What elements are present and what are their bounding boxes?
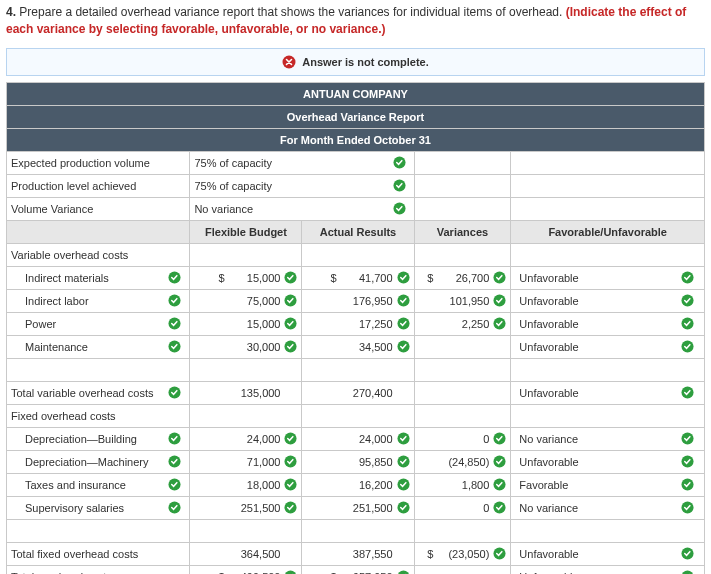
label: Production level achieved	[7, 174, 190, 197]
favorable-select[interactable]: Unfavorable	[519, 295, 578, 307]
variance-value: 0	[441, 502, 489, 514]
favorable-select[interactable]: Unfavorable	[519, 272, 578, 284]
check-icon	[397, 478, 410, 491]
check-icon	[284, 294, 297, 307]
row-spacer	[7, 519, 705, 542]
check-icon	[168, 478, 181, 491]
check-icon	[284, 432, 297, 445]
check-icon	[168, 294, 181, 307]
row-maintenance: Maintenance 30,000 34,500 Unfavorable	[7, 335, 705, 358]
check-icon	[168, 386, 181, 399]
check-icon	[493, 294, 506, 307]
flexible-budget-input[interactable]: 71,000	[232, 456, 280, 468]
label: Fixed overhead costs	[7, 404, 190, 427]
label[interactable]: Maintenance	[25, 341, 88, 353]
actual-results-input[interactable]: 17,250	[345, 318, 393, 330]
variance-value: (24,850)	[441, 456, 489, 468]
variance-value: 2,250	[441, 318, 489, 330]
favorable-select[interactable]: Favorable	[519, 479, 568, 491]
row-power: Power 15,000 17,250 2,250 Unfavorable	[7, 312, 705, 335]
question-number: 4.	[6, 5, 16, 19]
check-icon	[168, 340, 181, 353]
row-depreciation-machinery: Depreciation—Machinery 71,000 95,850 (24…	[7, 450, 705, 473]
check-icon	[681, 317, 694, 330]
variance-value: 0	[441, 433, 489, 445]
favorable-select[interactable]: Unfavorable	[519, 571, 578, 574]
row-spacer	[7, 358, 705, 381]
favorable-select[interactable]: Unfavorable	[519, 548, 578, 560]
actual-results-input[interactable]: 24,000	[345, 433, 393, 445]
check-icon	[397, 455, 410, 468]
row-supervisory-salaries: Supervisory salaries 251,500 251,500 0 N…	[7, 496, 705, 519]
row-indirect-materials: Indirect materials $15,000 $41,700 $26,7…	[7, 266, 705, 289]
flexible-budget-input[interactable]: 15,000	[232, 272, 280, 284]
label: Volume Variance	[7, 197, 190, 220]
label[interactable]: Power	[25, 318, 56, 330]
value[interactable]: No variance	[194, 203, 253, 215]
check-icon	[493, 317, 506, 330]
flexible-budget-input[interactable]: 24,000	[232, 433, 280, 445]
check-icon	[397, 501, 410, 514]
actual-results-input[interactable]: 251,500	[345, 502, 393, 514]
favorable-select[interactable]: Unfavorable	[519, 456, 578, 468]
actual-results-input[interactable]: 95,850	[345, 456, 393, 468]
row-production-level: Production level achieved 75% of capacit…	[7, 174, 705, 197]
check-icon	[681, 455, 694, 468]
actual-results-input[interactable]: 34,500	[345, 341, 393, 353]
row-total-overhead: Total overhead costs $499,500 $657,950 U…	[7, 565, 705, 574]
label: Variable overhead costs	[7, 243, 190, 266]
flexible-budget-input[interactable]: 15,000	[232, 318, 280, 330]
completion-status-text: Answer is not complete.	[302, 56, 429, 68]
label[interactable]: Indirect materials	[25, 272, 109, 284]
total-value: 499,500	[232, 571, 280, 574]
label[interactable]: Depreciation—Building	[25, 433, 137, 445]
check-icon	[493, 547, 506, 560]
check-icon	[493, 501, 506, 514]
actual-results-input[interactable]: 16,200	[345, 479, 393, 491]
actual-results-input[interactable]: 41,700	[345, 272, 393, 284]
completion-status-bar: Answer is not complete.	[6, 48, 705, 76]
check-icon	[681, 432, 694, 445]
section-variable-header: Variable overhead costs	[7, 243, 705, 266]
favorable-select[interactable]: Unfavorable	[519, 387, 578, 399]
label[interactable]: Supervisory salaries	[25, 502, 124, 514]
check-icon	[397, 271, 410, 284]
favorable-select[interactable]: No variance	[519, 502, 578, 514]
check-icon	[168, 455, 181, 468]
favorable-select[interactable]: Unfavorable	[519, 318, 578, 330]
check-icon	[681, 340, 694, 353]
label: Expected production volume	[7, 151, 190, 174]
check-icon	[397, 294, 410, 307]
flexible-budget-input[interactable]: 251,500	[232, 502, 280, 514]
overhead-variance-report-table: ANTUAN COMPANY Overhead Variance Report …	[6, 82, 705, 574]
total-value: 387,550	[345, 548, 393, 560]
value[interactable]: 75% of capacity	[194, 180, 272, 192]
label: Total fixed overhead costs	[7, 542, 190, 565]
label[interactable]: Indirect labor	[25, 295, 89, 307]
row-indirect-labor: Indirect labor 75,000 176,950 101,950 Un…	[7, 289, 705, 312]
label[interactable]: Depreciation—Machinery	[25, 456, 149, 468]
flexible-budget-input[interactable]: 18,000	[232, 479, 280, 491]
check-icon	[681, 271, 694, 284]
check-icon	[284, 501, 297, 514]
check-icon	[397, 570, 410, 574]
check-icon	[493, 478, 506, 491]
header-title: Overhead Variance Report	[7, 105, 705, 128]
favorable-select[interactable]: Unfavorable	[519, 341, 578, 353]
favorable-select[interactable]: No variance	[519, 433, 578, 445]
total-value: 270,400	[345, 387, 393, 399]
value[interactable]: 75% of capacity	[194, 157, 272, 169]
check-icon	[393, 156, 406, 169]
check-icon	[168, 432, 181, 445]
flexible-budget-input[interactable]: 75,000	[232, 295, 280, 307]
flexible-budget-input[interactable]: 30,000	[232, 341, 280, 353]
actual-results-input[interactable]: 176,950	[345, 295, 393, 307]
label[interactable]: Taxes and insurance	[25, 479, 126, 491]
row-volume-variance-top: Volume Variance No variance	[7, 197, 705, 220]
check-icon	[284, 340, 297, 353]
question-text: Prepare a detailed overhead variance rep…	[19, 5, 562, 19]
total-value: 657,950	[345, 571, 393, 574]
row-total-variable: Total variable overhead costs 135,000 27…	[7, 381, 705, 404]
column-headers: Flexible Budget Actual Results Variances…	[7, 220, 705, 243]
section-fixed-header: Fixed overhead costs	[7, 404, 705, 427]
